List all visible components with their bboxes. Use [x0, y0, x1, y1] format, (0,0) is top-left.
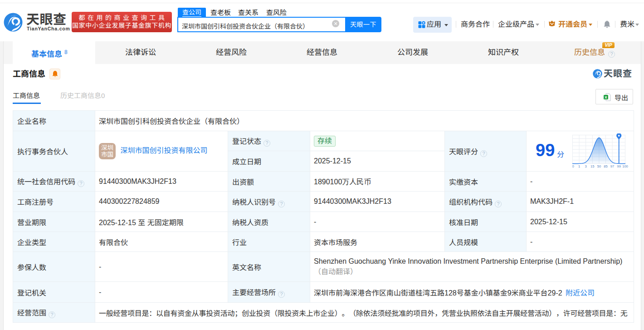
svg-text:0: 0	[572, 164, 574, 168]
svg-text:97: 97	[610, 164, 614, 168]
svg-text:85: 85	[604, 164, 607, 168]
svg-text:1: 1	[578, 164, 580, 168]
svg-text:15: 15	[590, 164, 594, 168]
svg-text:3: 3	[585, 164, 587, 168]
svg-text:X: X	[605, 95, 607, 99]
svg-text:100: 100	[622, 164, 628, 168]
svg-text:99: 99	[617, 164, 620, 168]
svg-text:50: 50	[597, 164, 601, 168]
